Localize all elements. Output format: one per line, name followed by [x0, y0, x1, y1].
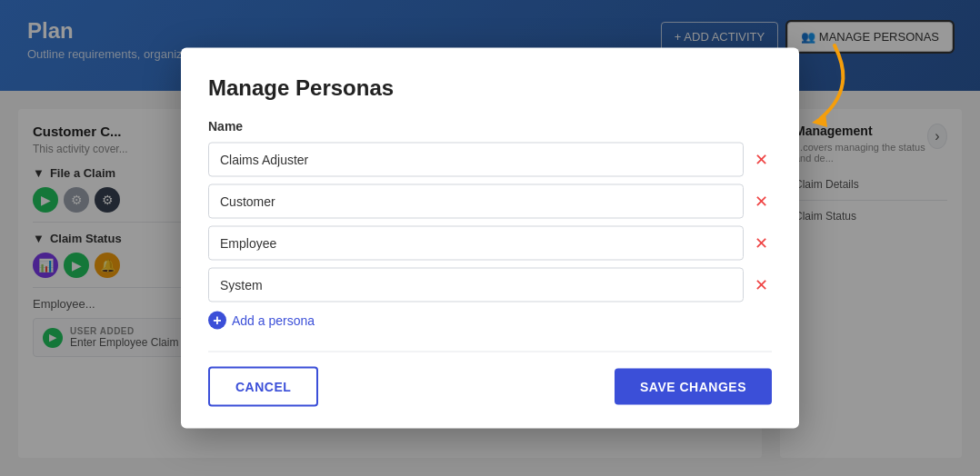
delete-persona-3-button[interactable]: ✕	[751, 233, 772, 253]
persona-input-3[interactable]	[208, 226, 744, 261]
background-page: Plan Outline requirements, organize your…	[0, 0, 980, 476]
persona-input-4[interactable]	[208, 268, 744, 302]
persona-row-4: ✕	[208, 268, 772, 302]
add-persona-button[interactable]: + Add a persona	[208, 312, 315, 330]
delete-persona-1-button[interactable]: ✕	[751, 150, 772, 170]
persona-input-2[interactable]	[208, 184, 744, 219]
modal-title: Manage Personas	[208, 75, 772, 101]
cancel-button[interactable]: CANCEL	[208, 367, 318, 407]
persona-row-1: ✕	[208, 143, 772, 177]
persona-row-3: ✕	[208, 226, 772, 261]
persona-row-2: ✕	[208, 184, 772, 219]
add-persona-icon: +	[208, 312, 226, 330]
modal-footer: CANCEL SAVE CHANGES	[208, 352, 772, 407]
save-changes-button[interactable]: SAVE CHANGES	[615, 369, 772, 405]
delete-persona-4-button[interactable]: ✕	[751, 275, 772, 295]
delete-persona-2-button[interactable]: ✕	[751, 192, 772, 212]
persona-input-1[interactable]	[208, 143, 744, 177]
add-persona-label: Add a persona	[232, 313, 315, 328]
name-field-label: Name	[208, 119, 772, 134]
manage-personas-modal: Manage Personas Name ✕ ✕ ✕ ✕ + Add a per…	[181, 48, 799, 429]
